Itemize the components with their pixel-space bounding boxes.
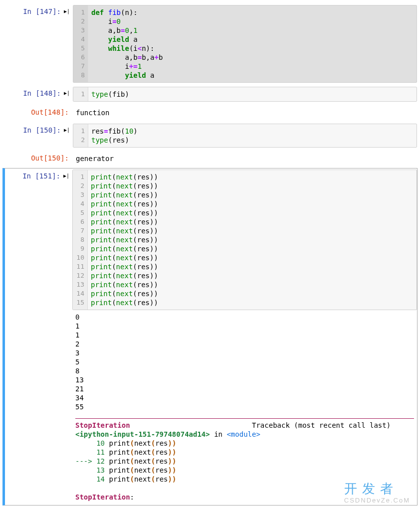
in-prompt: In [151]:▶| (5, 170, 72, 504)
notebook[interactable]: In [147]:▶|12345678def fib(n): i=0 a,b=0… (2, 3, 418, 506)
run-cell-icon[interactable]: ▶| (64, 127, 69, 133)
in-prompt: In [148]:▶| (5, 87, 73, 102)
output-text: generator (73, 152, 417, 166)
line-gutter: 12 (73, 124, 88, 147)
output-cell: Out[150]:generator (2, 150, 418, 167)
traceback: StopIteration Traceback (most recent cal… (72, 414, 417, 504)
stdout: 0 1 1 2 3 5 8 13 21 34 55 (72, 310, 417, 414)
line-gutter: 1 (73, 87, 88, 101)
line-gutter: 12345678 (73, 5, 88, 82)
in-prompt: In [150]:▶| (5, 124, 73, 148)
code-cell[interactable]: In [147]:▶|12345678def fib(n): i=0 a,b=0… (2, 3, 418, 84)
run-cell-icon[interactable]: ▶| (64, 8, 69, 14)
code-text[interactable]: print(next(res)) print(next(res)) print(… (88, 170, 417, 310)
code-cell[interactable]: In [148]:▶|1type(fib) (2, 85, 418, 103)
code-input[interactable]: 123456789101112131415print(next(res)) pr… (72, 170, 417, 310)
out-prompt: Out[150]: (5, 152, 73, 166)
run-cell-icon[interactable]: ▶| (64, 90, 69, 96)
code-text[interactable]: type(fib) (88, 87, 417, 101)
code-cell[interactable]: In [151]:▶|123456789101112131415print(ne… (2, 168, 418, 506)
output-text: function (73, 106, 417, 120)
code-text[interactable]: def fib(n): i=0 a,b=0,1 yield a while(i<… (88, 5, 417, 82)
output-cell: Out[148]:function (2, 104, 418, 121)
in-prompt: In [147]:▶| (5, 5, 73, 83)
code-input[interactable]: 12345678def fib(n): i=0 a,b=0,1 yield a … (73, 5, 417, 83)
line-gutter: 123456789101112131415 (73, 170, 88, 310)
out-prompt: Out[148]: (5, 106, 73, 120)
run-cell-icon[interactable]: ▶| (63, 173, 68, 178)
code-input[interactable]: 1type(fib) (73, 87, 417, 102)
code-cell[interactable]: In [150]:▶|12res=fib(10) type(res) (2, 122, 418, 149)
code-text[interactable]: res=fib(10) type(res) (88, 124, 417, 147)
code-input[interactable]: 12res=fib(10) type(res) (73, 124, 417, 148)
